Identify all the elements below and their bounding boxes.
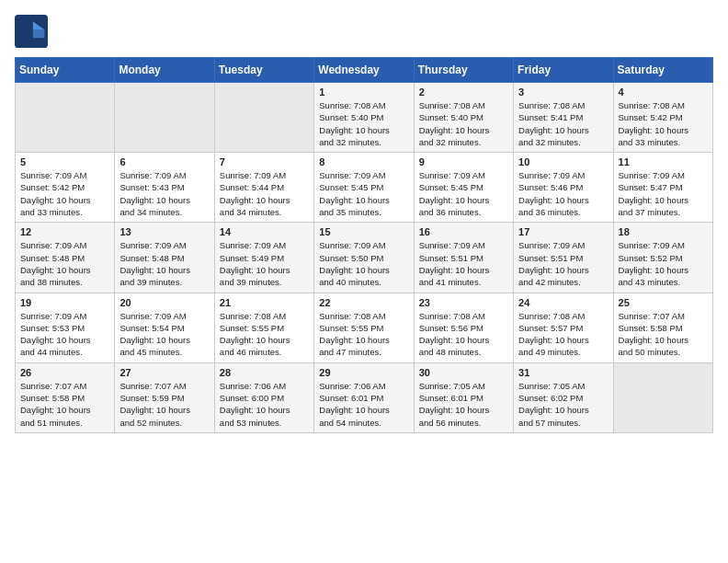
day-number: 28 [220,367,309,378]
day-cell [115,83,214,153]
header-cell-saturday: Saturday [613,58,712,83]
day-cell: 15Sunrise: 7:09 AMSunset: 5:50 PMDayligh… [314,223,414,293]
week-row-2: 5Sunrise: 7:09 AMSunset: 5:42 PMDaylight… [16,153,713,223]
day-cell: 5Sunrise: 7:09 AMSunset: 5:42 PMDaylight… [16,153,115,223]
day-info: Sunrise: 7:09 AMSunset: 5:48 PMDaylight:… [20,239,109,288]
day-info: Sunrise: 7:09 AMSunset: 5:52 PMDaylight:… [619,239,708,288]
day-cell: 10Sunrise: 7:09 AMSunset: 5:46 PMDayligh… [514,153,613,223]
day-info: Sunrise: 7:08 AMSunset: 5:56 PMDaylight:… [419,310,508,359]
day-number: 3 [518,86,608,98]
day-cell: 19Sunrise: 7:09 AMSunset: 5:53 PMDayligh… [16,293,115,362]
day-cell: 21Sunrise: 7:08 AMSunset: 5:55 PMDayligh… [214,293,313,362]
day-info: Sunrise: 7:09 AMSunset: 5:48 PMDaylight:… [119,239,209,288]
day-cell: 29Sunrise: 7:06 AMSunset: 6:01 PMDayligh… [314,362,414,432]
day-cell: 23Sunrise: 7:08 AMSunset: 5:56 PMDayligh… [414,293,513,362]
day-info: Sunrise: 7:08 AMSunset: 5:40 PMDaylight:… [419,99,508,148]
day-cell: 7Sunrise: 7:09 AMSunset: 5:44 PMDaylight… [214,153,313,223]
day-info: Sunrise: 7:09 AMSunset: 5:44 PMDaylight:… [220,169,309,218]
day-cell: 17Sunrise: 7:09 AMSunset: 5:51 PMDayligh… [514,223,613,293]
day-number: 22 [319,297,408,308]
day-info: Sunrise: 7:08 AMSunset: 5:55 PMDaylight:… [220,310,309,359]
day-number: 11 [619,156,708,167]
day-info: Sunrise: 7:09 AMSunset: 5:45 PMDaylight:… [419,169,508,218]
day-number: 7 [220,156,309,167]
calendar-table: SundayMondayTuesdayWednesdayThursdayFrid… [15,57,713,433]
header-cell-tuesday: Tuesday [214,58,313,83]
day-info: Sunrise: 7:05 AMSunset: 6:02 PMDaylight:… [518,380,608,429]
day-info: Sunrise: 7:09 AMSunset: 5:42 PMDaylight:… [20,169,109,218]
day-number: 18 [619,226,708,237]
day-cell [613,362,712,432]
day-number: 29 [319,367,408,378]
day-cell: 2Sunrise: 7:08 AMSunset: 5:40 PMDaylight… [414,83,513,153]
day-info: Sunrise: 7:09 AMSunset: 5:51 PMDaylight:… [518,239,608,288]
header-cell-sunday: Sunday [16,58,115,83]
day-number: 17 [518,226,608,237]
day-info: Sunrise: 7:09 AMSunset: 5:54 PMDaylight:… [119,310,209,359]
day-number: 16 [419,226,508,237]
day-number: 24 [518,297,608,308]
week-row-5: 26Sunrise: 7:07 AMSunset: 5:58 PMDayligh… [16,362,713,432]
day-number: 12 [20,226,109,237]
day-number: 26 [20,367,109,378]
day-number: 2 [419,86,508,98]
day-info: Sunrise: 7:08 AMSunset: 5:55 PMDaylight:… [319,310,408,359]
svg-marker-2 [33,29,45,38]
calendar-header: SundayMondayTuesdayWednesdayThursdayFrid… [16,58,713,83]
day-cell: 18Sunrise: 7:09 AMSunset: 5:52 PMDayligh… [613,223,712,293]
day-number: 21 [220,297,309,308]
day-number: 30 [419,367,508,378]
day-info: Sunrise: 7:08 AMSunset: 5:41 PMDaylight:… [518,99,608,148]
day-info: Sunrise: 7:05 AMSunset: 6:01 PMDaylight:… [419,380,508,429]
day-cell [16,83,115,153]
day-cell: 25Sunrise: 7:07 AMSunset: 5:58 PMDayligh… [613,293,712,362]
day-info: Sunrise: 7:07 AMSunset: 5:59 PMDaylight:… [119,380,209,429]
header-cell-wednesday: Wednesday [314,58,414,83]
day-cell [214,83,313,153]
day-cell: 27Sunrise: 7:07 AMSunset: 5:59 PMDayligh… [115,362,214,432]
day-info: Sunrise: 7:08 AMSunset: 5:40 PMDaylight:… [319,99,408,148]
day-cell: 9Sunrise: 7:09 AMSunset: 5:45 PMDaylight… [414,153,513,223]
day-cell: 30Sunrise: 7:05 AMSunset: 6:01 PMDayligh… [414,362,513,432]
header-row: SundayMondayTuesdayWednesdayThursdayFrid… [16,58,713,83]
day-number: 4 [619,86,708,98]
day-number: 31 [518,367,608,378]
week-row-4: 19Sunrise: 7:09 AMSunset: 5:53 PMDayligh… [16,293,713,362]
logo-icon [15,15,48,48]
day-cell: 4Sunrise: 7:08 AMSunset: 5:42 PMDaylight… [613,83,712,153]
day-number: 27 [119,367,209,378]
day-cell: 6Sunrise: 7:09 AMSunset: 5:43 PMDaylight… [115,153,214,223]
week-row-3: 12Sunrise: 7:09 AMSunset: 5:48 PMDayligh… [16,223,713,293]
day-cell: 24Sunrise: 7:08 AMSunset: 5:57 PMDayligh… [514,293,613,362]
day-info: Sunrise: 7:09 AMSunset: 5:49 PMDaylight:… [220,239,309,288]
day-cell: 12Sunrise: 7:09 AMSunset: 5:48 PMDayligh… [16,223,115,293]
day-info: Sunrise: 7:06 AMSunset: 6:00 PMDaylight:… [220,380,309,429]
day-info: Sunrise: 7:07 AMSunset: 5:58 PMDaylight:… [20,380,109,429]
day-number: 19 [20,297,109,308]
day-number: 23 [419,297,508,308]
day-number: 1 [319,86,408,98]
day-cell: 8Sunrise: 7:09 AMSunset: 5:45 PMDaylight… [314,153,414,223]
day-number: 8 [319,156,408,167]
day-info: Sunrise: 7:08 AMSunset: 5:57 PMDaylight:… [518,310,608,359]
day-number: 14 [220,226,309,237]
day-cell: 13Sunrise: 7:09 AMSunset: 5:48 PMDayligh… [115,223,214,293]
day-number: 10 [518,156,608,167]
day-number: 5 [20,156,109,167]
day-number: 9 [419,156,508,167]
page-header [15,15,713,48]
header-cell-monday: Monday [115,58,214,83]
week-row-1: 1Sunrise: 7:08 AMSunset: 5:40 PMDaylight… [16,83,713,153]
day-info: Sunrise: 7:06 AMSunset: 6:01 PMDaylight:… [319,380,408,429]
day-cell: 16Sunrise: 7:09 AMSunset: 5:51 PMDayligh… [414,223,513,293]
day-info: Sunrise: 7:09 AMSunset: 5:47 PMDaylight:… [619,169,708,218]
day-number: 25 [619,297,708,308]
day-cell: 20Sunrise: 7:09 AMSunset: 5:54 PMDayligh… [115,293,214,362]
day-info: Sunrise: 7:09 AMSunset: 5:50 PMDaylight:… [319,239,408,288]
day-cell: 28Sunrise: 7:06 AMSunset: 6:00 PMDayligh… [214,362,313,432]
day-number: 13 [119,226,209,237]
day-cell: 3Sunrise: 7:08 AMSunset: 5:41 PMDaylight… [514,83,613,153]
day-cell: 22Sunrise: 7:08 AMSunset: 5:55 PMDayligh… [314,293,414,362]
day-info: Sunrise: 7:07 AMSunset: 5:58 PMDaylight:… [619,310,708,359]
calendar-body: 1Sunrise: 7:08 AMSunset: 5:40 PMDaylight… [16,83,713,433]
